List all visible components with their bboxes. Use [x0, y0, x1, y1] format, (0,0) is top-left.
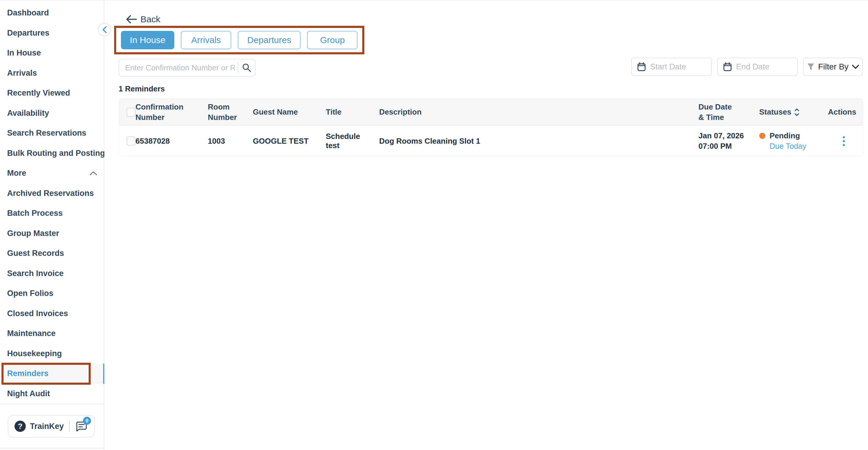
- cell-status: Pending Due Today: [759, 131, 828, 151]
- column-header-due-date: Due Date & Time: [699, 102, 759, 122]
- sidebar-item-label: Bulk Routing and Postings: [7, 149, 110, 158]
- sidebar-item-label: Batch Process: [7, 209, 63, 218]
- sidebar-collapse-button[interactable]: [98, 23, 111, 36]
- sidebar-nav: Dashboard Departures In House Arrivals R…: [0, 3, 104, 404]
- table-header-row: Confirmation Number Room Number Guest Na…: [119, 99, 863, 126]
- trainkey-divider: [69, 421, 70, 432]
- sidebar-divider: [0, 404, 104, 404]
- funnel-icon: [807, 63, 815, 71]
- trainkey-button[interactable]: ? TrainKey 0: [8, 415, 95, 438]
- sidebar-item-recently-viewed[interactable]: Recently Viewed: [0, 83, 104, 103]
- sort-icon: [794, 108, 800, 117]
- status-detail-link[interactable]: Due Today: [770, 142, 825, 151]
- sidebar-item-maintenance[interactable]: Maintenance: [0, 324, 104, 344]
- sidebar-item-bulk-routing-and-postings[interactable]: Bulk Routing and Postings: [0, 143, 104, 164]
- sidebar-item-label: Search Reservations: [7, 129, 86, 138]
- back-label: Back: [141, 14, 160, 24]
- cell-due-date-time: Jan 07, 2026 07:00 PM: [699, 131, 759, 151]
- annotation-box-tabs: In House Arrivals Departures Group: [114, 26, 364, 54]
- cell-room-number: 1003: [208, 137, 253, 146]
- chevron-up-icon: [90, 171, 97, 176]
- start-date-placeholder: Start Date: [650, 62, 686, 72]
- sidebar-item-night-audit[interactable]: Night Audit: [0, 384, 104, 404]
- cell-actions: [828, 135, 863, 148]
- sidebar-item-closed-invoices[interactable]: Closed Invoices: [0, 304, 104, 324]
- filters-right-group: Start Date End Date Filter By: [631, 58, 863, 76]
- reminders-table: Confirmation Number Room Number Guest Na…: [119, 99, 863, 157]
- sidebar-item-archived-reservations[interactable]: Archived Reservations: [0, 184, 104, 204]
- tab-in-house[interactable]: In House: [121, 31, 174, 49]
- status-pending-dot-icon: [759, 133, 766, 139]
- cell-description: Dog Rooms Cleaning Slot 1: [379, 137, 699, 146]
- back-button[interactable]: Back: [126, 14, 160, 24]
- table-row: 65387028 1003 GOOGLE TEST Schedule test …: [119, 126, 863, 156]
- sidebar-item-label: Recently Viewed: [7, 88, 70, 98]
- row-checkbox-cell: [119, 137, 135, 145]
- cell-title: Schedule test: [326, 132, 379, 150]
- due-date: Jan 07, 2026: [699, 131, 756, 141]
- column-header-title: Title: [326, 107, 379, 117]
- sidebar-item-housekeeping[interactable]: Housekeeping: [0, 344, 104, 364]
- sidebar-item-more[interactable]: More: [0, 163, 104, 184]
- search-icon: [242, 63, 251, 73]
- sidebar-item-label: More: [7, 169, 26, 178]
- sidebar-item-label: Dashboard: [7, 8, 49, 18]
- sidebar-item-dashboard[interactable]: Dashboard: [0, 3, 104, 23]
- tab-label: Arrivals: [191, 35, 221, 45]
- sidebar-item-search-reservations[interactable]: Search Reservations: [0, 123, 104, 143]
- sidebar-item-in-house[interactable]: In House: [0, 43, 104, 63]
- back-arrow-icon: [126, 15, 137, 24]
- sidebar-item-label: Arrivals: [7, 68, 37, 78]
- sidebar-item-label: In House: [7, 48, 41, 58]
- filter-by-label: Filter By: [818, 62, 849, 72]
- tab-arrivals[interactable]: Arrivals: [181, 31, 231, 49]
- sidebar-item-label: Guest Records: [7, 249, 64, 258]
- sidebar-item-search-invoice[interactable]: Search Invoice: [0, 263, 104, 284]
- help-question-icon: ?: [14, 421, 26, 432]
- sidebar-item-label: Housekeeping: [7, 349, 62, 358]
- sidebar-item-group-master[interactable]: Group Master: [0, 224, 104, 244]
- calendar-icon: [723, 62, 732, 72]
- sidebar-item-label: Group Master: [7, 229, 59, 238]
- cell-guest-name: GOOGLE TEST: [253, 137, 326, 146]
- column-header-description: Description: [379, 107, 699, 117]
- status-label: Pending: [770, 131, 800, 140]
- sidebar-item-label: Reminders: [7, 369, 49, 378]
- main-content: Back In House Arrivals Departures Group: [104, 1, 868, 450]
- tab-label: Group: [320, 35, 345, 45]
- sidebar-item-arrivals[interactable]: Arrivals: [0, 63, 104, 83]
- end-date-placeholder: End Date: [736, 62, 770, 72]
- sidebar-item-batch-process[interactable]: Batch Process: [0, 203, 104, 224]
- reminders-count: 1 Reminders: [119, 84, 165, 93]
- tab-departures[interactable]: Departures: [238, 31, 301, 49]
- select-all-checkbox[interactable]: [127, 108, 135, 117]
- tab-label: In House: [130, 35, 165, 45]
- header-checkbox-cell: [119, 108, 135, 117]
- search-input[interactable]: [119, 63, 238, 73]
- filter-by-button[interactable]: Filter By: [803, 58, 863, 76]
- status-line: Pending: [759, 131, 825, 140]
- search-box: [119, 59, 255, 77]
- column-header-statuses[interactable]: Statuses: [759, 107, 828, 117]
- sidebar-item-label: Night Audit: [7, 389, 50, 398]
- cell-confirmation-number: 65387028: [135, 137, 208, 146]
- sidebar-item-reminders[interactable]: Reminders: [0, 364, 104, 384]
- start-date-input[interactable]: Start Date: [631, 58, 712, 76]
- due-time: 07:00 PM: [699, 141, 756, 151]
- sidebar: Dashboard Departures In House Arrivals R…: [0, 1, 104, 450]
- sidebar-item-label: Availability: [7, 109, 49, 118]
- search-button[interactable]: [238, 59, 255, 76]
- row-actions-menu-icon[interactable]: [841, 135, 847, 148]
- chevron-left-icon: [102, 26, 107, 33]
- sidebar-item-open-folios[interactable]: Open Folios: [0, 283, 104, 304]
- sidebar-item-availability[interactable]: Availability: [0, 103, 104, 123]
- tab-label: Departures: [247, 35, 291, 45]
- tab-group[interactable]: Group: [307, 31, 358, 49]
- sidebar-item-departures[interactable]: Departures: [0, 23, 104, 43]
- column-header-actions: Actions: [828, 107, 863, 117]
- chat-badge: 0: [83, 417, 91, 425]
- sidebar-item-guest-records[interactable]: Guest Records: [0, 244, 104, 263]
- row-checkbox[interactable]: [127, 137, 135, 145]
- end-date-input[interactable]: End Date: [717, 58, 798, 76]
- chat-icon[interactable]: 0: [75, 420, 88, 432]
